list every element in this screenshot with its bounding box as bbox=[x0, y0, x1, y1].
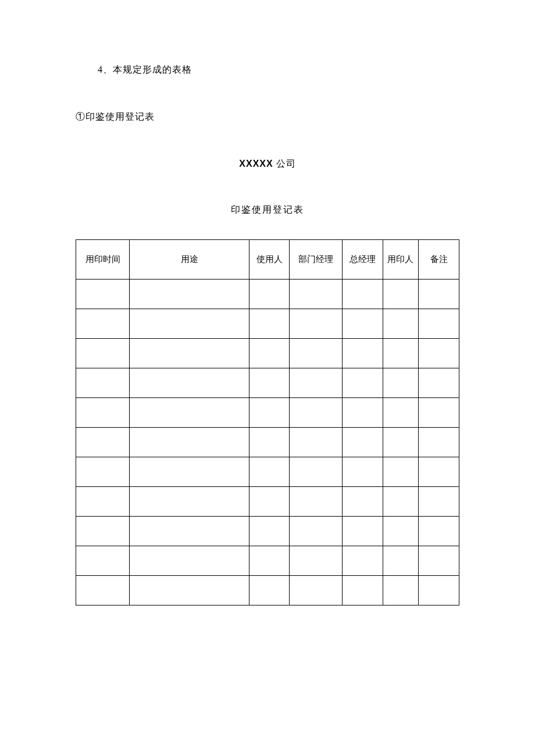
table-cell bbox=[419, 517, 459, 546]
table-cell bbox=[342, 487, 383, 517]
table-cell bbox=[290, 368, 342, 398]
table-cell bbox=[130, 457, 249, 487]
table-cell bbox=[383, 457, 419, 487]
table-cell bbox=[342, 368, 383, 398]
table-cell bbox=[342, 280, 383, 309]
table-cell bbox=[290, 309, 342, 339]
company-name: XXXXX 公司 bbox=[76, 158, 459, 170]
table-cell bbox=[290, 546, 342, 576]
table-cell bbox=[290, 280, 342, 309]
table-cell bbox=[342, 546, 383, 576]
table-cell bbox=[249, 576, 290, 605]
table-header-row: 用印时间 用途 使用人 部门经理 总经理 用印人 备注 bbox=[76, 240, 459, 280]
table-cell bbox=[76, 398, 130, 428]
table-row bbox=[76, 487, 459, 517]
table-row bbox=[76, 428, 459, 457]
table-cell bbox=[249, 309, 290, 339]
header-purpose: 用途 bbox=[130, 240, 249, 280]
header-general-manager: 总经理 bbox=[342, 240, 383, 280]
table-cell bbox=[130, 398, 249, 428]
table-cell bbox=[383, 487, 419, 517]
table-row bbox=[76, 517, 459, 546]
table-cell bbox=[342, 309, 383, 339]
table-row bbox=[76, 339, 459, 368]
table-cell bbox=[76, 428, 130, 457]
table-cell bbox=[342, 339, 383, 368]
company-name-prefix: XXXXX bbox=[239, 159, 273, 169]
table-cell bbox=[249, 368, 290, 398]
table-cell bbox=[383, 428, 419, 457]
table-cell bbox=[249, 339, 290, 368]
table-cell bbox=[130, 546, 249, 576]
table-cell bbox=[383, 309, 419, 339]
table-body bbox=[76, 280, 459, 605]
table-cell bbox=[342, 398, 383, 428]
table-cell bbox=[249, 517, 290, 546]
table-cell bbox=[249, 546, 290, 576]
registration-table: 用印时间 用途 使用人 部门经理 总经理 用印人 备注 bbox=[76, 239, 459, 605]
table-cell bbox=[290, 339, 342, 368]
table-cell bbox=[249, 428, 290, 457]
table-cell bbox=[383, 517, 419, 546]
table-cell bbox=[419, 309, 459, 339]
table-cell bbox=[342, 457, 383, 487]
table-cell bbox=[383, 398, 419, 428]
table-cell bbox=[342, 576, 383, 605]
table-cell bbox=[130, 368, 249, 398]
header-dept-manager: 部门经理 bbox=[290, 240, 342, 280]
table-cell bbox=[130, 280, 249, 309]
table-cell bbox=[383, 280, 419, 309]
table-cell bbox=[130, 517, 249, 546]
company-name-suffix: 公司 bbox=[273, 159, 296, 169]
table-cell bbox=[419, 487, 459, 517]
table-row bbox=[76, 576, 459, 605]
table-row bbox=[76, 280, 459, 309]
table-cell bbox=[383, 576, 419, 605]
table-cell bbox=[383, 368, 419, 398]
table-cell bbox=[249, 457, 290, 487]
table-cell bbox=[76, 368, 130, 398]
table-cell bbox=[342, 428, 383, 457]
table-cell bbox=[290, 398, 342, 428]
table-cell bbox=[130, 576, 249, 605]
table-row bbox=[76, 457, 459, 487]
table-cell bbox=[76, 576, 130, 605]
table-cell bbox=[130, 309, 249, 339]
table-cell bbox=[249, 280, 290, 309]
table-cell bbox=[383, 546, 419, 576]
table-cell bbox=[290, 487, 342, 517]
table-title: 印鉴使用登记表 bbox=[76, 204, 459, 216]
table-row bbox=[76, 309, 459, 339]
table-cell bbox=[419, 457, 459, 487]
table-cell bbox=[76, 546, 130, 576]
table-cell bbox=[290, 517, 342, 546]
table-cell bbox=[290, 576, 342, 605]
section-heading: 4、本规定形成的表格 bbox=[98, 64, 459, 76]
table-cell bbox=[130, 487, 249, 517]
header-sealer: 用印人 bbox=[383, 240, 419, 280]
table-cell bbox=[249, 487, 290, 517]
table-cell bbox=[249, 398, 290, 428]
sub-heading: ①印鉴使用登记表 bbox=[76, 111, 459, 123]
table-row bbox=[76, 398, 459, 428]
header-remark: 备注 bbox=[419, 240, 459, 280]
table-cell bbox=[419, 428, 459, 457]
table-cell bbox=[130, 339, 249, 368]
table-cell bbox=[290, 428, 342, 457]
table-cell bbox=[76, 309, 130, 339]
table-cell bbox=[419, 546, 459, 576]
table-cell bbox=[419, 368, 459, 398]
table-cell bbox=[290, 457, 342, 487]
table-cell bbox=[76, 280, 130, 309]
table-cell bbox=[76, 457, 130, 487]
table-row bbox=[76, 368, 459, 398]
header-time: 用印时间 bbox=[76, 240, 130, 280]
table-cell bbox=[130, 428, 249, 457]
table-cell bbox=[419, 339, 459, 368]
header-user: 使用人 bbox=[249, 240, 290, 280]
table-cell bbox=[342, 517, 383, 546]
table-cell bbox=[76, 339, 130, 368]
table-cell bbox=[419, 280, 459, 309]
table-cell bbox=[419, 398, 459, 428]
table-row bbox=[76, 546, 459, 576]
